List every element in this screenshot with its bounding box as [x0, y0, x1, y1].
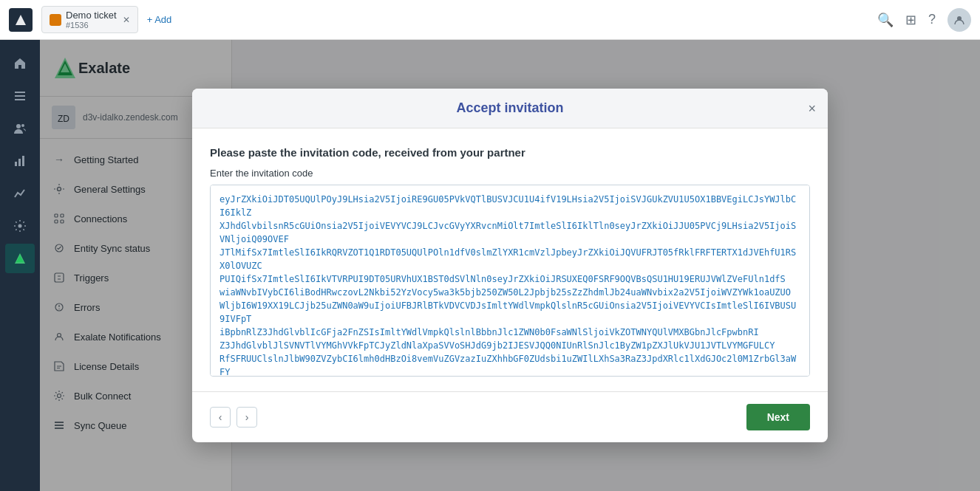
svg-rect-8: [22, 156, 24, 166]
sidebar-icon-settings[interactable]: [5, 211, 35, 241]
sidebar-icon-list[interactable]: [5, 81, 35, 111]
sidebar-icon-users[interactable]: [5, 114, 35, 143]
sidebar-icon-analytics[interactable]: [5, 179, 35, 208]
user-avatar[interactable]: [947, 8, 971, 32]
svg-point-5: [21, 124, 24, 127]
svg-point-4: [16, 124, 21, 128]
modal-body: Please paste the invitation code, receiv…: [192, 128, 828, 391]
modal-close-button[interactable]: ×: [808, 102, 816, 115]
svg-rect-3: [15, 99, 25, 100]
left-sidebar: [0, 40, 40, 491]
add-tab-button[interactable]: + Add: [141, 11, 178, 28]
invitation-code-textarea[interactable]: [210, 185, 810, 377]
sidebar-icon-home[interactable]: [5, 49, 35, 78]
sidebar-icon-exalate[interactable]: [5, 244, 35, 273]
invitation-code-label: Enter the invitation code: [210, 168, 810, 179]
top-bar: Demo ticket #1536 ✕ + Add 🔍 ⊞ ?: [0, 0, 980, 40]
prev-nav-arrow[interactable]: ‹: [210, 407, 231, 428]
modal-nav-arrows: ‹ ›: [210, 407, 257, 428]
svg-rect-6: [15, 162, 17, 166]
tab-close-icon[interactable]: ✕: [123, 15, 130, 25]
svg-rect-1: [15, 92, 25, 93]
search-icon[interactable]: 🔍: [877, 12, 894, 28]
help-icon[interactable]: ?: [928, 12, 936, 27]
next-button[interactable]: Next: [746, 404, 810, 430]
sidebar-icon-reports[interactable]: [5, 146, 35, 176]
svg-point-9: [18, 224, 22, 228]
next-nav-arrow[interactable]: ›: [237, 407, 257, 428]
modal-title: Accept invitation: [456, 100, 563, 116]
modal-header: Accept invitation ×: [192, 89, 828, 128]
ticket-tab-icon: [50, 14, 61, 26]
svg-rect-2: [15, 95, 25, 97]
modal-footer: ‹ › Next: [192, 391, 828, 442]
ticket-tab[interactable]: Demo ticket #1536 ✕: [41, 6, 138, 33]
modal-overlay: Accept invitation × Please paste the inv…: [40, 40, 980, 491]
tab-title: Demo ticket: [66, 10, 117, 21]
top-bar-actions: 🔍 ⊞ ?: [877, 8, 971, 32]
accept-invitation-modal: Accept invitation × Please paste the inv…: [192, 89, 828, 442]
svg-rect-7: [18, 159, 21, 166]
modal-instruction: Please paste the invitation code, receiv…: [210, 146, 810, 159]
tab-number: #1536: [66, 21, 117, 30]
grid-icon[interactable]: ⊞: [905, 12, 916, 28]
app-logo: [9, 8, 33, 32]
